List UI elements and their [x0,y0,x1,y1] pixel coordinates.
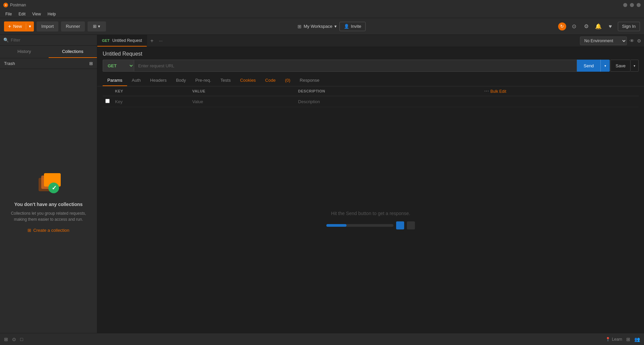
tab-cookies[interactable]: Cookies [235,75,261,86]
heart-icon: ♥ [609,23,612,29]
row-check-input[interactable] [105,99,110,103]
learn-link[interactable]: 📍 Learn [605,337,622,342]
plus-icon: + [8,23,11,29]
row-actions [482,96,639,107]
row-desc[interactable]: Description [296,96,482,107]
menu-file[interactable]: File [3,11,14,17]
statusbar-icon-search[interactable]: ⊙ [12,337,16,342]
workspace-button[interactable]: ⊞ My Workspace ▾ [298,24,337,29]
environment-selector: No Environment 👁 ⚙ [580,37,641,45]
response-bar-gray-button[interactable] [407,221,415,229]
tab-body[interactable]: Body [171,75,191,86]
invite-button[interactable]: 👤 Invite [339,22,366,31]
tab-prereq[interactable]: Pre-req. [191,75,216,86]
send-button[interactable]: Send [577,60,600,72]
save-button[interactable]: Save [610,60,631,72]
close-button[interactable]: ✕ [637,3,641,7]
tab-collections[interactable]: Collections [49,46,97,58]
users-icon-status[interactable]: 👥 [634,337,640,342]
toolbar-center: ⊞ My Workspace ▾ 👤 Invite [109,22,555,31]
sidebar-search-bar: 🔍 [0,35,97,46]
sync-button[interactable]: ↻ [557,22,567,31]
statusbar-icon-panel[interactable]: □ [20,337,23,342]
trash-action-icon[interactable]: ⊞ [89,61,93,66]
settings-button[interactable]: ⚙ [582,22,591,31]
row-key[interactable]: Key [112,96,190,107]
env-eye-icon[interactable]: 👁 [630,38,634,44]
send-button-group: Send ▾ [577,60,610,72]
layout-icon-status[interactable]: ⊞ [626,337,630,342]
url-input[interactable] [134,60,577,72]
app-name: Postman [10,3,26,7]
settings-icon: ⚙ [584,23,589,29]
tabs-bar: GET Untitled Request + ··· No Environmen… [97,35,644,47]
new-button[interactable]: + New ▾ [4,21,34,31]
tab-params[interactable]: Params [103,75,127,86]
signin-button[interactable]: Sign In [618,22,640,31]
add-tab-button[interactable]: + [147,38,157,44]
params-table: KEY VALUE DESCRIPTION ··· Bulk Edit Key … [103,86,639,107]
workspace-label: My Workspace [304,24,332,29]
empty-desc: Collections let you group related reques… [7,210,90,222]
params-row: Key Value Description [103,96,639,107]
params-actions-header: ··· Bulk Edit [482,86,639,96]
search-input[interactable] [11,38,94,43]
app-title: Postman [3,3,26,7]
new-button-main[interactable]: + New [4,23,26,29]
params-desc-header: DESCRIPTION [296,86,482,96]
layout-icon: ⊞ [93,24,97,29]
environment-select[interactable]: No Environment [580,37,627,45]
empty-collections-state: ✓ You don't have any collections Collect… [0,69,97,333]
sidebar-tabs: History Collections [0,46,97,58]
tab-response[interactable]: Response [295,75,324,86]
import-button[interactable]: Import [37,21,58,31]
satellite-icon: ⊙ [572,23,576,29]
workspace-dropdown-icon: ▾ [334,24,337,29]
tab-auth[interactable]: Auth [127,75,146,86]
svg-text:✓: ✓ [52,185,57,191]
learn-label: Learn [612,337,622,342]
heart-button[interactable]: ♥ [606,22,615,31]
window-controls: ─ □ ✕ [623,3,641,7]
empty-title: You don't have any collections [14,202,83,207]
menu-help[interactable]: Help [45,11,59,17]
tab-name: Untitled Request [112,38,142,43]
collections-icon: ✓ [35,169,62,196]
layout-button[interactable]: ⊞ ▾ [88,21,106,31]
trash-item[interactable]: Trash ⊞ [0,58,97,69]
more-tabs-button[interactable]: ··· [157,38,165,43]
new-dropdown-arrow[interactable]: ▾ [26,24,34,29]
env-gear-icon[interactable]: ⚙ [637,38,641,44]
workspace-icon: ⊞ [298,24,302,29]
bulk-edit-button[interactable]: Bulk Edit [490,89,506,94]
satellite-button[interactable]: ⊙ [570,22,579,31]
runner-button[interactable]: Runner [61,21,85,31]
menu-view[interactable]: View [30,11,44,17]
invite-icon: 👤 [344,24,349,29]
content-area: GET Untitled Request + ··· No Environmen… [97,35,644,333]
create-collection-button[interactable]: ⊞ Create a collection [28,228,69,233]
more-dots-icon[interactable]: ··· [484,88,489,94]
save-dropdown-button[interactable]: ▾ [631,60,639,72]
method-select[interactable]: GET POST PUT DELETE PATCH [103,60,134,72]
tab-history[interactable]: History [0,46,49,58]
notifications-button[interactable]: 🔔 [594,22,603,31]
statusbar-icon-left[interactable]: ⊞ [4,337,8,342]
create-collection-label: Create a collection [33,228,69,233]
row-value[interactable]: Value [190,96,295,107]
statusbar: ⊞ ⊙ □ 📍 Learn ⊞ 👥 [0,333,644,345]
menu-edit[interactable]: Edit [16,11,28,17]
active-tab[interactable]: GET Untitled Request [97,35,147,47]
bell-icon: 🔔 [595,23,602,29]
tab-headers[interactable]: Headers [146,75,171,86]
send-dropdown-button[interactable]: ▾ [600,60,610,72]
search-icon: 🔍 [3,38,9,43]
maximize-button[interactable]: □ [630,3,634,7]
response-bar-blue-button[interactable] [396,221,404,229]
main-layout: 🔍 History Collections Trash ⊞ ✓ You don'… [0,35,644,333]
response-bar-fill [326,224,346,227]
minimize-button[interactable]: ─ [623,3,627,7]
tab-code[interactable]: Code [261,75,280,86]
row-checkbox[interactable] [103,96,112,107]
tab-tests[interactable]: Tests [216,75,235,86]
